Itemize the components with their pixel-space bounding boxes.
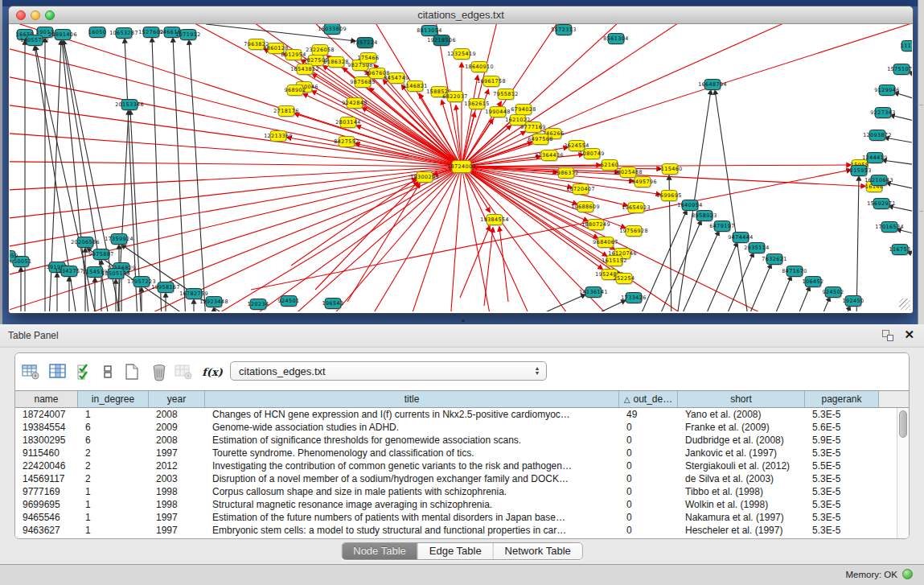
graph-node[interactable]: 12325419 <box>447 49 476 61</box>
cell-title[interactable]: Changes of HCN gene expression and I(f) … <box>205 408 619 421</box>
window-resize-grip[interactable] <box>899 299 910 310</box>
column-header-name[interactable]: name <box>15 391 78 407</box>
graph-node[interactable]: 19218506 <box>427 35 456 47</box>
graph-node[interactable]: 10653287 <box>109 28 138 40</box>
table-settings-icon[interactable] <box>20 361 41 382</box>
column-selector-icon[interactable] <box>47 361 68 382</box>
cell-out_de[interactable]: 0 <box>619 447 678 459</box>
black-edge[interactable] <box>545 295 585 311</box>
cell-out_de[interactable]: 0 <box>619 434 678 447</box>
column-header-short[interactable]: short <box>678 391 805 407</box>
cell-pagerank[interactable]: 5.3E-5 <box>805 485 879 498</box>
cell-short[interactable]: Stergiakouli et al. (2012) <box>678 459 805 472</box>
cell-out_de[interactable]: 0 <box>619 421 678 434</box>
cell-year[interactable]: 2009 <box>149 421 205 434</box>
cell-title[interactable]: Genome-wide association studies in ADHD. <box>205 421 619 434</box>
cell-name[interactable]: 14569117 <box>15 472 78 485</box>
graph-node[interactable]: 1071912 <box>175 30 200 42</box>
cell-in_degree[interactable]: 6 <box>78 434 149 447</box>
graph-node[interactable]: 116753 <box>889 245 911 257</box>
table-row[interactable]: 1938455462009Genome-wide association stu… <box>15 421 909 434</box>
table-row[interactable]: 946362711997Embryonic stem cells: a mode… <box>15 524 909 537</box>
graph-node[interactable]: 7632621 <box>762 254 786 266</box>
graph-node[interactable]: 1640954 <box>677 200 702 212</box>
graph-node[interactable]: 924501 <box>278 296 300 308</box>
cell-in_degree[interactable]: 2 <box>78 459 149 472</box>
cell-in_degree[interactable]: 1 <box>78 511 149 524</box>
graph-node[interactable]: 19654923 <box>622 203 651 215</box>
row-selector-icon[interactable] <box>97 361 118 382</box>
cell-out_de[interactable]: 0 <box>619 511 678 524</box>
black-edge[interactable] <box>882 160 912 167</box>
cell-in_degree[interactable]: 1 <box>78 485 149 498</box>
delete-trash-icon[interactable] <box>149 361 170 382</box>
table-row[interactable]: 977716911998Corpus callosum shape and si… <box>15 485 909 498</box>
cell-short[interactable]: Dudbridge et al. (2008) <box>678 434 805 447</box>
cell-out_de[interactable]: 0 <box>619 459 678 472</box>
cell-pagerank[interactable]: 5.9E-5 <box>805 434 879 447</box>
graph-node[interactable]: 17359924 <box>105 234 133 246</box>
cell-title[interactable]: Tourette syndrome. Phenomenology and cla… <box>205 447 619 459</box>
close-panel-icon[interactable]: ✕ <box>904 328 914 342</box>
graph-node[interactable]: 20153346 <box>115 100 144 112</box>
cell-out_de[interactable]: 0 <box>619 524 678 537</box>
cell-name[interactable]: 18300295 <box>15 434 78 447</box>
table-row[interactable]: 1456911722003Disruption of a novel membe… <box>15 472 909 485</box>
cell-pagerank[interactable]: 5.6E-5 <box>805 421 879 434</box>
graph-node[interactable]: 23226058 <box>306 45 335 57</box>
graph-node[interactable]: 14136141 <box>579 287 608 299</box>
graph-node[interactable]: 120234 <box>248 299 269 311</box>
black-edge[interactable] <box>715 90 749 311</box>
cell-year[interactable]: 2003 <box>149 472 205 485</box>
graph-node[interactable]: 20891406 <box>48 30 77 42</box>
network-canvas[interactable]: 7963822886012889129542322605898275051654… <box>10 24 912 311</box>
memory-status-indicator[interactable] <box>902 569 913 579</box>
cell-pagerank[interactable]: 5.3E-5 <box>805 498 879 511</box>
cell-pagerank[interactable]: 5.3E-5 <box>805 524 879 537</box>
cell-short[interactable]: Yano et al. (2008) <box>678 408 805 421</box>
graph-node[interactable]: 19384554 <box>480 215 509 227</box>
cell-in_degree[interactable]: 2 <box>78 447 149 459</box>
cell-year[interactable]: 1998 <box>149 485 205 498</box>
graph-node[interactable]: 17016534 <box>875 222 904 234</box>
cell-title[interactable]: Structural magnetic resonance image aver… <box>205 498 619 511</box>
cell-short[interactable]: Hescheler et al. (1997) <box>678 524 805 537</box>
cell-name[interactable]: 9463627 <box>15 524 78 537</box>
graph-node[interactable]: 3215953 <box>846 166 871 178</box>
black-edge[interactable] <box>152 38 162 311</box>
cell-short[interactable]: Jankovic et al. (1997) <box>678 447 805 459</box>
cell-out_de[interactable]: 49 <box>619 408 678 421</box>
cell-in_degree[interactable]: 1 <box>78 498 149 511</box>
red-edge[interactable] <box>291 179 417 266</box>
graph-node[interactable]: 18640910 <box>465 62 494 74</box>
cell-title[interactable]: Disruption of a novel member of a sodium… <box>205 472 619 485</box>
graph-node[interactable]: 15692971 <box>867 199 896 211</box>
red-edge[interactable] <box>462 113 474 167</box>
graph-node[interactable]: 19756928 <box>619 226 648 238</box>
graph-node[interactable]: 10688609 <box>571 202 600 214</box>
graph-node[interactable]: 9875685 <box>350 77 375 89</box>
graph-node[interactable]: 16648794 <box>698 80 727 92</box>
graph-node[interactable]: 16033809 <box>318 24 347 35</box>
tab-node-table[interactable]: Node Table <box>342 543 418 559</box>
graph-node[interactable]: 7986372 <box>553 168 578 180</box>
black-edge[interactable] <box>894 93 912 105</box>
cell-title[interactable]: Corpus callosum shape and size in male p… <box>205 485 619 498</box>
graph-node[interactable]: 9227343 <box>870 108 895 120</box>
table-row[interactable]: 1830029562008Estimation of significance … <box>15 434 909 447</box>
black-edge[interactable] <box>795 286 810 311</box>
black-edge[interactable] <box>889 206 912 216</box>
graph-node[interactable]: 6794028 <box>511 105 536 117</box>
scrollbar-thumb[interactable] <box>899 410 907 438</box>
graph-node[interactable]: 106452 <box>803 277 824 289</box>
cell-title[interactable]: Embryonic stem cells: a model to study s… <box>205 524 619 537</box>
table-selector-dropdown[interactable]: citations_edges.txt ▲▼ <box>230 361 547 381</box>
new-file-icon[interactable] <box>121 361 142 382</box>
table-row[interactable]: 969969511998Structural magnetic resonanc… <box>15 498 909 511</box>
cell-name[interactable]: 19384554 <box>15 421 78 434</box>
red-edge[interactable] <box>10 129 462 167</box>
graph-node[interactable]: 5572313 <box>551 25 576 37</box>
vertical-scrollbar[interactable] <box>897 408 909 539</box>
column-header-out_de[interactable]: △out_de… <box>619 391 678 407</box>
graph-node[interactable]: 2935114 <box>744 243 769 255</box>
